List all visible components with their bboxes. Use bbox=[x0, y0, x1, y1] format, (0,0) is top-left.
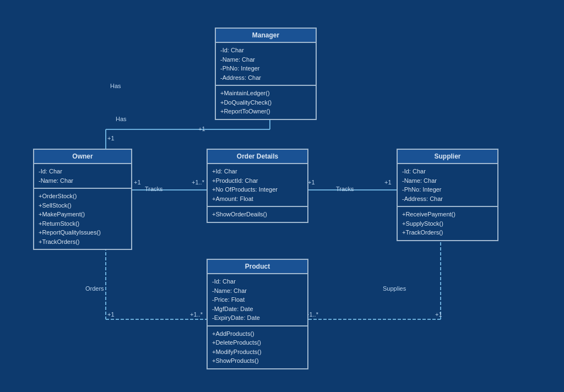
supplier-title: Supplier bbox=[398, 150, 497, 164]
label-supplies: Supplies bbox=[383, 285, 406, 292]
uml-diagram: Has +1 +1 Has +1 Tracks +1..* +1 Tracks … bbox=[0, 0, 564, 392]
label-tracks1: Tracks bbox=[145, 186, 163, 192]
class-owner: Owner -Id: Char -Name: Char +OrderStock(… bbox=[33, 149, 132, 250]
label-owner-product-start: +1 bbox=[107, 311, 115, 318]
manager-title: Manager bbox=[216, 29, 316, 43]
class-product: Product -Id: Char -Name: Char -Price: Fl… bbox=[207, 259, 308, 369]
label-tracks2: Tracks bbox=[336, 186, 354, 192]
label-owner-order-end: +1..* bbox=[192, 179, 204, 186]
label-mgr-end: +1 bbox=[198, 126, 205, 132]
orderdetails-methods: +ShowOrderDeails() bbox=[208, 207, 307, 222]
label-orders: Orders bbox=[85, 285, 104, 292]
manager-attributes: -Id: Char -Name: Char -PhNo: Integer -Ad… bbox=[216, 43, 316, 86]
product-methods: +AddProducts() +DeleteProducts() +Modify… bbox=[208, 326, 307, 368]
label-supplier-product-start: +1 bbox=[435, 311, 442, 318]
label-owner-order-start: +1 bbox=[134, 179, 141, 186]
supplier-methods: +ReceivePayment() +SupplyStock() +TrackO… bbox=[398, 207, 497, 240]
label-order-supplier-end: +1 bbox=[384, 179, 392, 186]
label-has: Has bbox=[110, 83, 121, 89]
owner-attributes: -Id: Char -Name: Char bbox=[34, 164, 131, 189]
manager-methods: +MaintainLedger() +DoQualityCheck() +Rep… bbox=[216, 86, 316, 119]
owner-title: Owner bbox=[34, 150, 131, 164]
label-order-supplier-start: +1 bbox=[308, 179, 315, 186]
label-has-text: Has bbox=[116, 116, 127, 122]
label-owner-product-end: +1..* bbox=[190, 311, 203, 318]
product-title: Product bbox=[208, 260, 307, 274]
class-supplier: Supplier -Id: Char -Name: Char -PhNo: In… bbox=[397, 149, 498, 241]
label-owner-start: +1 bbox=[107, 135, 115, 141]
owner-methods: +OrderStock() +SellStock() +MakePayment(… bbox=[34, 189, 131, 249]
supplier-attributes: -Id: Char -Name: Char -PhNo: Integer -Ad… bbox=[398, 164, 497, 207]
orderdetails-title: Order Details bbox=[208, 150, 307, 164]
class-manager: Manager -Id: Char -Name: Char -PhNo: Int… bbox=[215, 28, 317, 120]
orderdetails-attributes: +Id: Char +ProductId: Char +No OfProduct… bbox=[208, 164, 307, 207]
product-attributes: -Id: Char -Name: Char -Price: Float -Mgf… bbox=[208, 274, 307, 326]
class-orderdetails: Order Details +Id: Char +ProductId: Char… bbox=[207, 149, 308, 223]
